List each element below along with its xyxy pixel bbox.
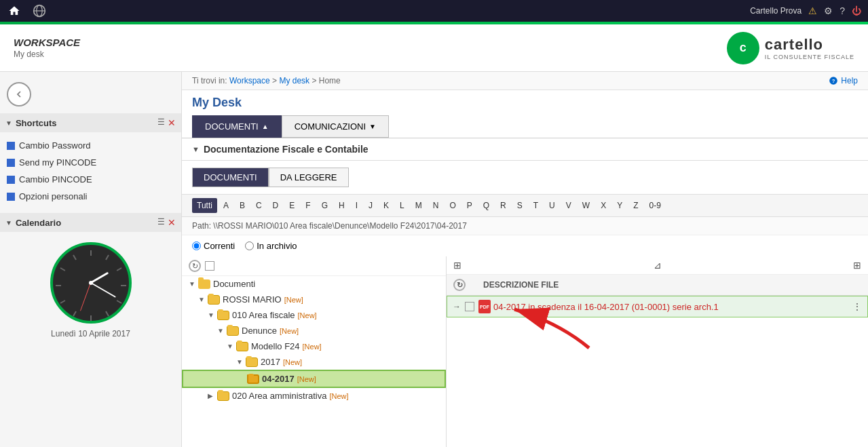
- alpha-btn-j[interactable]: J: [364, 198, 377, 213]
- alpha-btn-z[interactable]: Z: [628, 198, 643, 213]
- back-button[interactable]: [7, 82, 31, 106]
- tree-toggle-2017[interactable]: ▼: [236, 358, 244, 366]
- shortcuts-menu-icon[interactable]: ☰: [157, 117, 165, 128]
- file-kebab-menu-0[interactable]: ⋮: [852, 301, 862, 312]
- shortcut-cambio-pincode[interactable]: Cambio PINCODE: [5, 171, 176, 188]
- logo-brand-text: cartello: [765, 36, 854, 54]
- alpha-btn-h[interactable]: H: [334, 198, 350, 213]
- navbar-left: [7, 3, 47, 18]
- question-icon[interactable]: ?: [839, 5, 845, 16]
- tab-documenti-label: DOCUMENTI: [205, 121, 259, 132]
- column-settings-icon[interactable]: ⊞: [853, 260, 861, 271]
- alpha-btn-n[interactable]: N: [428, 198, 444, 213]
- main-layout: ▼ Shortcuts ☰ ✕ Cambio Password Send my …: [0, 72, 868, 447]
- alpha-btn-q[interactable]: Q: [478, 198, 494, 213]
- tab-documenti-arrow: ▲: [262, 123, 269, 130]
- breadcrumb-sep1: >: [272, 76, 279, 85]
- tab-documenti[interactable]: DOCUMENTI ▲: [192, 115, 282, 138]
- tree-node-documenti[interactable]: ▼ Documenti: [182, 276, 446, 292]
- shortcut-icon: [7, 142, 15, 150]
- alpha-btn-r[interactable]: R: [495, 198, 511, 213]
- home-icon[interactable]: [7, 3, 22, 18]
- header-area: WORKSPACE My desk c cartello IL CONSULEN…: [0, 24, 868, 72]
- alpha-btn-s[interactable]: S: [512, 198, 527, 213]
- tree-select-all-checkbox[interactable]: [205, 261, 214, 271]
- breadcrumb-workspace[interactable]: Workspace: [229, 76, 270, 85]
- filter-funnel-icon[interactable]: ⊿: [654, 260, 662, 271]
- sub-tab-bar: DOCUMENTI DA LEGGERE: [182, 161, 868, 195]
- tree-node-04-2017[interactable]: 04-2017 [New]: [182, 370, 446, 388]
- alpha-btn-p[interactable]: P: [462, 198, 477, 213]
- tree-node-rossi[interactable]: ▼ ROSSI MARIO [New]: [182, 292, 446, 307]
- calendario-section: ▼ Calendario ☰ ✕: [0, 213, 181, 345]
- alpha-btn-c[interactable]: C: [251, 198, 267, 213]
- tab-bar: DOCUMENTI ▲ COMUNICAZIONI ▼: [182, 115, 868, 138]
- shortcut-opzioni[interactable]: Opzioni personali: [5, 188, 176, 205]
- tree-toggle-rossi[interactable]: ▼: [198, 296, 206, 303]
- sub-tab-documenti[interactable]: DOCUMENTI: [192, 168, 269, 187]
- gear-icon[interactable]: ⚙: [824, 5, 833, 16]
- tree-toggle-denunce[interactable]: ▼: [217, 327, 225, 334]
- alpha-btn-o[interactable]: O: [445, 198, 460, 213]
- tree-node-modello-f24[interactable]: ▼ Modello F24 [New]: [182, 338, 446, 354]
- tree-refresh-icon[interactable]: ↻: [189, 260, 201, 272]
- radio-correnti[interactable]: Correnti: [192, 241, 235, 251]
- alpha-btn-x[interactable]: X: [596, 198, 611, 213]
- tree-node-2017[interactable]: ▼ 2017 [New]: [182, 354, 446, 370]
- alpha-btn-i[interactable]: I: [351, 198, 362, 213]
- file-name-0[interactable]: 04-2017 in scadenza il 16-04-2017 (01-00…: [493, 302, 852, 312]
- alpha-btn-k[interactable]: K: [379, 198, 394, 213]
- tree-node-rossi-badge: [New]: [284, 296, 303, 304]
- alpha-btn-y[interactable]: Y: [612, 198, 627, 213]
- radio-archivio[interactable]: In archivio: [245, 241, 297, 251]
- breadcrumb-mydesk[interactable]: My desk: [279, 76, 309, 85]
- tab-comunicazioni[interactable]: COMUNICAZIONI ▼: [282, 115, 389, 138]
- breadcrumb-sep2: >: [312, 76, 318, 85]
- file-header-row: ↻ DESCRIZIONE FILE: [447, 275, 868, 296]
- filter-row: Correnti In archivio: [182, 235, 868, 256]
- alpha-btn-m[interactable]: M: [411, 198, 427, 213]
- calendario-toggle-icon: ▼: [5, 219, 12, 227]
- alpha-btn-f[interactable]: F: [301, 198, 315, 213]
- clock-center: [89, 281, 93, 285]
- calendario-title: Calendario: [16, 218, 61, 228]
- alpha-btn-09[interactable]: 0-9: [645, 198, 666, 213]
- clock: [50, 242, 132, 324]
- alpha-btn-v[interactable]: V: [561, 198, 576, 213]
- calendario-menu-icon[interactable]: ☰: [157, 217, 165, 228]
- tree-toggle-documenti[interactable]: ▼: [189, 280, 197, 288]
- alpha-btn-d[interactable]: D: [268, 198, 284, 213]
- tree-node-area-fiscale[interactable]: ▼ 010 Area fiscale [New]: [182, 307, 446, 323]
- alpha-btn-t[interactable]: T: [529, 198, 543, 213]
- alpha-btn-w[interactable]: W: [578, 198, 595, 213]
- file-toolbar-table-icon[interactable]: ⊞: [453, 260, 461, 271]
- alpha-btn-u[interactable]: U: [544, 198, 560, 213]
- alpha-btn-e[interactable]: E: [284, 198, 299, 213]
- alpha-btn-a[interactable]: A: [219, 198, 233, 213]
- alpha-btn-tutti[interactable]: Tutti: [192, 198, 217, 213]
- file-refresh-icon[interactable]: ↻: [453, 279, 466, 291]
- tree-toggle-modello-f24[interactable]: ▼: [227, 343, 235, 350]
- alpha-btn-l[interactable]: L: [395, 198, 409, 213]
- power-icon[interactable]: ⏻: [852, 5, 861, 16]
- shortcut-label: Opzioni personali: [19, 191, 87, 201]
- path-bar: Path: \\ROSSI MARIO\010 Area fiscale\Den…: [182, 217, 868, 235]
- sidebar: ▼ Shortcuts ☰ ✕ Cambio Password Send my …: [0, 72, 182, 447]
- tree-toggle-area-amm[interactable]: ▶: [208, 392, 216, 400]
- calendario-close-icon[interactable]: ✕: [168, 217, 176, 228]
- file-checkbox-0[interactable]: [465, 302, 474, 311]
- file-row-arrow-icon[interactable]: →: [453, 302, 461, 311]
- tree-toggle-area-fiscale[interactable]: ▼: [208, 311, 216, 319]
- shortcut-send-pincode[interactable]: Send my PINCODE: [5, 154, 176, 171]
- help-button[interactable]: ? Help: [829, 76, 858, 85]
- sub-tab-da-leggere[interactable]: DA LEGGERE: [269, 168, 349, 187]
- workspace-info: WORKSPACE My desk: [14, 37, 80, 59]
- alpha-btn-b[interactable]: B: [235, 198, 250, 213]
- shortcuts-close-icon[interactable]: ✕: [168, 117, 176, 128]
- tree-node-denunce[interactable]: ▼ Denunce [New]: [182, 323, 446, 338]
- alpha-btn-g[interactable]: G: [317, 198, 333, 213]
- globe-icon[interactable]: [32, 3, 47, 18]
- tree-node-area-amm[interactable]: ▶ 020 Area amministrativa [New]: [182, 388, 446, 404]
- file-row-0[interactable]: → PDF 04-2017 in scadenza il 16-04-2017 …: [447, 296, 868, 317]
- shortcut-cambio-password[interactable]: Cambio Password: [5, 137, 176, 154]
